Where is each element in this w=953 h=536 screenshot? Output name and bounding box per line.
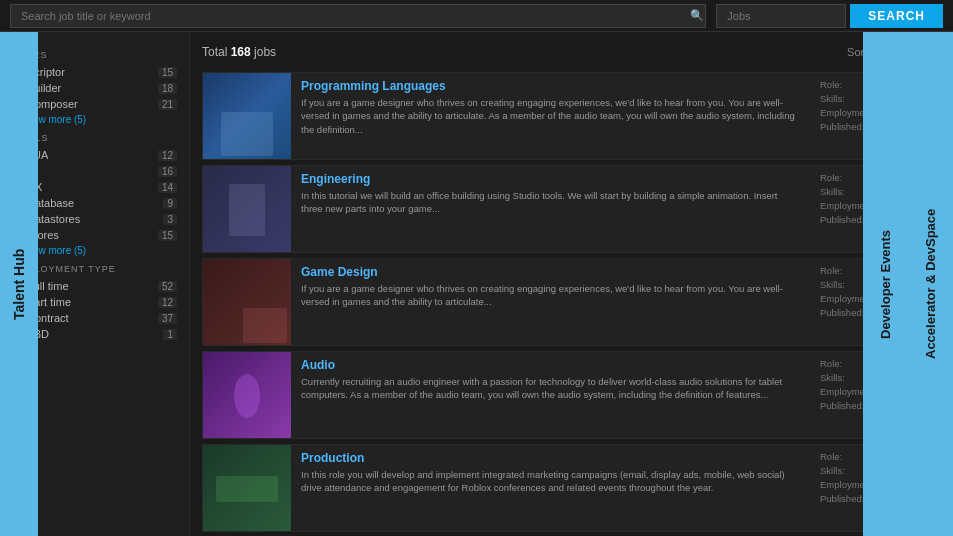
count-scriptor: 15 — [158, 67, 177, 78]
content-header: Total 168 jobs Sort by: — [202, 42, 941, 62]
job-body-5: Production In this role you will develop… — [291, 445, 810, 531]
search-magnifier-icon: 🔍 — [690, 9, 704, 22]
job-title-3[interactable]: Game Design — [301, 265, 800, 279]
job-card-4: Audio Currently recruiting an audio engi… — [202, 351, 941, 439]
job-desc-5: In this role you will develop and implem… — [301, 468, 800, 495]
job-listing-content: Total 168 jobs Sort by: Programming Lang… — [190, 32, 953, 536]
job-thumb-3 — [203, 259, 291, 346]
job-body-2: Engineering In this tutorial we will bui… — [291, 166, 810, 252]
count-datastores: 3 — [163, 214, 177, 225]
job-desc-4: Currently recruiting an audio engineer w… — [301, 375, 800, 402]
job-thumb-5 — [203, 445, 291, 532]
count-database: 9 — [163, 198, 177, 209]
count-tbd: 1 — [163, 329, 177, 340]
job-card-2: Engineering In this tutorial we will bui… — [202, 165, 941, 253]
count-parttime: 12 — [158, 297, 177, 308]
job-card-3: Game Design If you are a game designer w… — [202, 258, 941, 346]
total-jobs-label: Total 168 jobs — [202, 45, 276, 59]
job-desc-3: If you are a game designer who thrives o… — [301, 282, 800, 309]
count-stores: 15 — [158, 230, 177, 241]
count-composer: 21 — [158, 99, 177, 110]
job-search-input[interactable] — [10, 4, 706, 28]
main-layout: ROLES Scriptor 15 Builder 18 Composer 21… — [0, 32, 953, 536]
search-button[interactable]: SEARCH — [850, 4, 943, 28]
job-body-1: Programming Languages If you are a game … — [291, 73, 810, 159]
count-fulltime: 52 — [158, 281, 177, 292]
count-builder: 18 — [158, 83, 177, 94]
job-title-2[interactable]: Engineering — [301, 172, 800, 186]
talent-hub-panel[interactable]: Talent Hub — [0, 32, 38, 536]
job-thumb-2 — [203, 166, 291, 253]
accelerator-devspace-panel[interactable]: Accelerator & DevSpace — [908, 32, 953, 536]
job-thumb-4 — [203, 352, 291, 439]
job-title-4[interactable]: Audio — [301, 358, 800, 372]
job-desc-1: If you are a game designer who thrives o… — [301, 96, 800, 136]
job-body-3: Game Design If you are a game designer w… — [291, 259, 810, 345]
job-desc-2: In this tutorial we will build an office… — [301, 189, 800, 216]
count-contract: 37 — [158, 313, 177, 324]
right-panels: Developer Events Accelerator & DevSpace — [863, 32, 953, 536]
top-bar: 🔍 SEARCH — [0, 0, 953, 32]
developer-events-panel[interactable]: Developer Events — [863, 32, 908, 536]
count-ui: 16 — [158, 166, 177, 177]
job-title-1[interactable]: Programming Languages — [301, 79, 800, 93]
job-card-5: Production In this role you will develop… — [202, 444, 941, 532]
job-card-1: Programming Languages If you are a game … — [202, 72, 941, 160]
job-title-5[interactable]: Production — [301, 451, 800, 465]
total-count: 168 — [231, 45, 251, 59]
job-body-4: Audio Currently recruiting an audio engi… — [291, 352, 810, 438]
job-thumb-1 — [203, 73, 291, 160]
location-search-input[interactable] — [716, 4, 846, 28]
count-lua: 12 — [158, 150, 177, 161]
count-ux: 14 — [158, 182, 177, 193]
